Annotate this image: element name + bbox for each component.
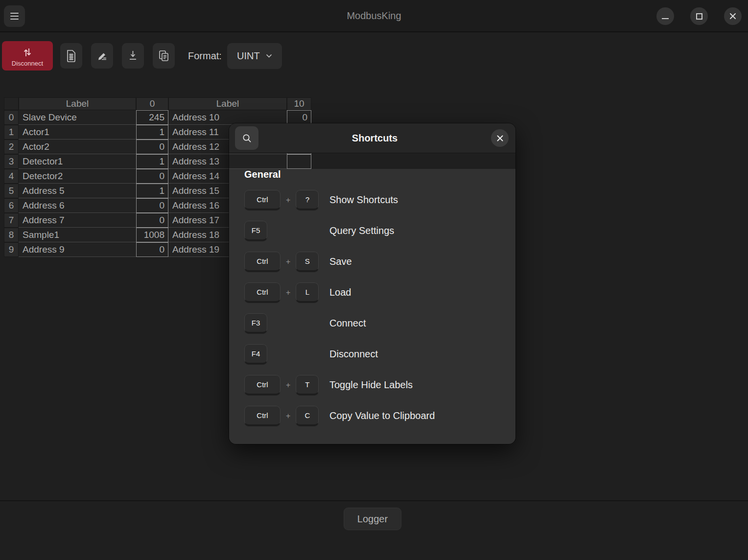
- keycap: Ctrl: [244, 190, 280, 210]
- maximize-button[interactable]: [690, 7, 708, 25]
- plus-separator: +: [286, 381, 290, 390]
- toolbar: Disconnect: [2, 41, 282, 70]
- table-cell-label[interactable]: Address 9: [19, 242, 136, 257]
- shortcut-row: F4Disconnect: [229, 339, 515, 370]
- table-cell-label[interactable]: Address 5: [19, 184, 136, 198]
- load-button[interactable]: [122, 43, 144, 69]
- plus-separator: +: [286, 288, 290, 297]
- table-cell-value[interactable]: 1: [136, 184, 168, 198]
- headerbar: ModbusKing: [0, 0, 748, 32]
- table-column-header[interactable]: 10: [287, 97, 311, 110]
- plus-separator: +: [286, 196, 290, 205]
- table-row-number[interactable]: 5: [4, 184, 19, 198]
- table-cell-label[interactable]: Sample1: [19, 228, 136, 242]
- table-row-number[interactable]: 8: [4, 228, 19, 242]
- table-cell-value[interactable]: 0: [136, 198, 168, 213]
- logger-button[interactable]: Logger: [344, 508, 401, 530]
- table-cell-value[interactable]: 0: [136, 242, 168, 257]
- shortcuts-dialog-header: Shortcuts: [229, 123, 515, 153]
- table-cell-value[interactable]: 245: [136, 110, 168, 125]
- bottom-divider: [0, 500, 748, 501]
- app-window: ModbusKing Disconnect: [0, 0, 748, 560]
- table-row-number[interactable]: 4: [4, 169, 19, 184]
- swap-vertical-icon: [22, 47, 33, 58]
- close-icon: [729, 12, 737, 20]
- copy-button[interactable]: [153, 43, 175, 69]
- table-cell-label[interactable]: Address 7: [19, 213, 136, 228]
- dialog-close-button[interactable]: [491, 129, 509, 147]
- minimize-icon: [662, 18, 669, 19]
- table-column-header[interactable]: 0: [136, 97, 168, 110]
- shortcut-keys: F3: [244, 313, 329, 333]
- table-corner-header[interactable]: [4, 97, 19, 110]
- shortcut-description: Disconnect: [329, 349, 378, 360]
- table-cell-value[interactable]: 0: [287, 110, 311, 125]
- shortcut-row: Ctrl+LLoad: [229, 277, 515, 308]
- format-dropdown[interactable]: UINT: [227, 43, 282, 69]
- edit-button[interactable]: [91, 43, 113, 69]
- disconnect-button[interactable]: Disconnect: [2, 41, 53, 70]
- table-cell-label[interactable]: Detector2: [19, 169, 136, 184]
- table-cell-value[interactable]: 0: [136, 213, 168, 228]
- shortcut-row: Ctrl+?Show Shortcuts: [229, 185, 515, 215]
- table-cell-value[interactable]: 1: [136, 154, 168, 169]
- copy-icon: [158, 49, 170, 62]
- format-value: UINT: [237, 50, 260, 62]
- shortcut-row: Ctrl+SSave: [229, 246, 515, 277]
- search-icon: [242, 133, 252, 143]
- keycap: Ctrl: [244, 406, 280, 426]
- table-cell-label[interactable]: Slave Device: [19, 110, 136, 125]
- table-cell-value[interactable]: 1008: [136, 228, 168, 242]
- close-icon: [496, 135, 504, 142]
- table-column-header[interactable]: Label: [19, 97, 136, 110]
- shortcut-description: Load: [329, 287, 351, 298]
- shortcut-description: Connect: [329, 318, 366, 329]
- shortcut-list: Ctrl+?Show ShortcutsF5Query SettingsCtrl…: [229, 185, 515, 431]
- close-button[interactable]: [724, 7, 742, 25]
- keycap: F4: [244, 344, 267, 364]
- table-cell-label[interactable]: Address 10: [168, 110, 287, 125]
- table-row-number[interactable]: 9: [4, 242, 19, 257]
- keycap: C: [296, 406, 319, 426]
- table-row-number[interactable]: 1: [4, 125, 19, 140]
- shortcut-keys: Ctrl+?: [244, 190, 329, 210]
- table-cell-label[interactable]: Actor2: [19, 140, 136, 154]
- keycap: ?: [296, 190, 319, 210]
- table-column-header[interactable]: Label: [168, 97, 287, 110]
- spreadsheet-icon: [66, 49, 77, 63]
- table-row-number[interactable]: 6: [4, 198, 19, 213]
- table-cell-value[interactable]: 0: [136, 140, 168, 154]
- shortcut-keys: Ctrl+C: [244, 406, 329, 426]
- shortcut-keys: F5: [244, 221, 329, 241]
- table-cell-value[interactable]: 0: [136, 169, 168, 184]
- window-controls: [656, 7, 742, 25]
- minimize-button[interactable]: [656, 7, 674, 25]
- keycap: Ctrl: [244, 375, 280, 395]
- table-row-number[interactable]: 7: [4, 213, 19, 228]
- shortcut-description: Save: [329, 256, 352, 267]
- keycap: Ctrl: [244, 252, 280, 272]
- shortcut-keys: F4: [244, 344, 329, 364]
- query-settings-button[interactable]: [60, 43, 82, 69]
- window-title: ModbusKing: [0, 10, 748, 22]
- plus-separator: +: [286, 412, 290, 420]
- shortcut-keys: Ctrl+T: [244, 375, 329, 395]
- search-button[interactable]: [235, 126, 258, 150]
- disconnect-label: Disconnect: [12, 60, 43, 67]
- shortcut-description: Toggle Hide Labels: [329, 379, 413, 391]
- shortcut-description: Show Shortcuts: [329, 194, 398, 206]
- table-cell-label[interactable]: Address 6: [19, 198, 136, 213]
- keycap: F3: [244, 313, 267, 333]
- table-row-number[interactable]: 2: [4, 140, 19, 154]
- shortcut-keys: Ctrl+L: [244, 282, 329, 303]
- table-cell-label[interactable]: Detector1: [19, 154, 136, 169]
- section-heading: General: [244, 169, 515, 180]
- shortcut-row: F3Connect: [229, 308, 515, 339]
- table-row-number[interactable]: 3: [4, 154, 19, 169]
- pencil-icon: [96, 50, 108, 62]
- table-cell-label[interactable]: Actor1: [19, 125, 136, 140]
- menu-button[interactable]: [4, 5, 25, 27]
- hamburger-icon: [10, 13, 19, 20]
- table-row-number[interactable]: 0: [4, 110, 19, 125]
- table-cell-value[interactable]: 1: [136, 125, 168, 140]
